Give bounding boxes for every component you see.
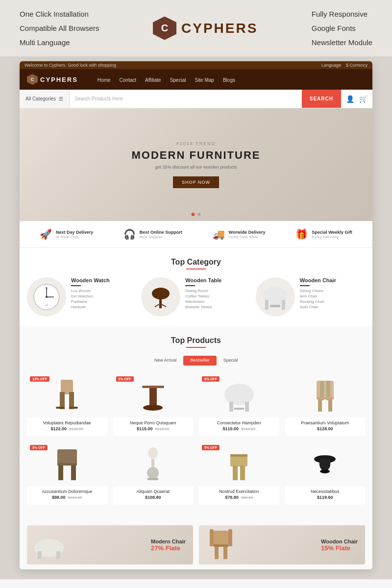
search-input-wrap[interactable]: Search Products Here xyxy=(70,96,302,101)
product-old-price-2: $118.00 xyxy=(155,427,170,431)
svg-rect-7 xyxy=(159,294,162,308)
table-name: Wooden Table xyxy=(185,277,221,283)
table-links: Dining Room Coffee Tables Wardrobes Beds… xyxy=(185,289,221,309)
browser-mockup: Welcome to Cyphers. Good luck with shopp… xyxy=(20,61,372,569)
product-price-6: $108.80 xyxy=(145,495,161,500)
hero-dots xyxy=(192,213,201,216)
svg-point-38 xyxy=(147,467,159,479)
feature-delivery-text: Next Day Delivery at Shop Only xyxy=(56,230,93,239)
banner-woodon-chair[interactable]: Woodon Chair 15% Flate xyxy=(199,525,365,564)
category-chair: Wooden Chair Dining Chairs Arm Chair Roc… xyxy=(256,277,365,317)
hero-dot-1[interactable] xyxy=(192,213,195,216)
product-price-7: $78.80 xyxy=(225,495,239,500)
nav-icons: 👤 🛒 xyxy=(341,95,372,103)
nav-link-blogs[interactable]: Blogs xyxy=(223,75,235,84)
search-button[interactable]: SEARCH xyxy=(302,90,341,108)
category-table: Wooden Table Dining Room Coffee Tables W… xyxy=(141,277,250,317)
table-image xyxy=(141,277,180,317)
svg-rect-32 xyxy=(57,449,77,464)
svg-rect-12 xyxy=(282,300,285,310)
watch-link-1[interactable]: Lux Woods xyxy=(71,289,110,293)
svg-rect-23 xyxy=(229,402,233,412)
watch-name: Wooden Watch xyxy=(71,277,110,283)
tab-bestseller[interactable]: Bestseller xyxy=(183,356,217,366)
hero-dot-2[interactable] xyxy=(197,213,201,216)
svg-rect-39 xyxy=(147,478,158,480)
product-name-5: Accusantium Doloremque xyxy=(27,486,107,495)
product-card-6: Aliquam Quaerat $108.80 xyxy=(113,442,194,505)
tab-special[interactable]: Special xyxy=(217,356,245,366)
user-icon[interactable]: 👤 xyxy=(346,95,354,103)
watch-image: 12 12 xyxy=(27,277,66,317)
svg-rect-35 xyxy=(71,466,76,480)
nav-link-special[interactable]: Special xyxy=(170,75,186,84)
nav-logo[interactable]: C CYPHERS xyxy=(27,74,78,85)
nav-link-home[interactable]: Home xyxy=(98,75,111,84)
product-badge-1: 12% OFF xyxy=(30,376,49,382)
features-strip: 🚀 Next Day Delivery at Shop Only 🎧 Best … xyxy=(20,221,372,248)
banner-modern-chair-discount: 27% Flate xyxy=(151,544,186,552)
chair-content: Wooden Chair Dining Chairs Arm Chair Roc… xyxy=(300,277,336,310)
svg-rect-25 xyxy=(234,408,244,410)
top-category-section: Top Category 12 12 xyxy=(20,248,372,326)
product-prices-1: $122.00 $140.00 xyxy=(27,426,107,431)
products-grid-row2: 6% OFF Accusantium Doloremque $98.00 $10… xyxy=(27,442,365,505)
nav-link-sitemap[interactable]: Site Map xyxy=(195,75,214,84)
table-content: Wooden Table Dining Room Coffee Tables W… xyxy=(185,277,221,310)
watch-link-2[interactable]: Del Watches xyxy=(71,294,110,298)
svg-rect-30 xyxy=(318,399,322,412)
chair-link-2[interactable]: Arm Chair xyxy=(300,294,336,298)
language-selector[interactable]: Language xyxy=(321,63,341,68)
product-old-price-1: $140.00 xyxy=(69,427,83,431)
svg-rect-43 xyxy=(230,454,247,457)
svg-point-36 xyxy=(148,447,158,459)
category-title-underline xyxy=(186,269,206,270)
table-link-4[interactable]: Bedside Tables xyxy=(185,305,221,309)
features-right: Fully Responsive Google Fonts Newsletter… xyxy=(312,10,372,47)
feature-left-2: Compatible All Browsers xyxy=(20,24,99,32)
table-link-3[interactable]: Wardrobes xyxy=(185,299,221,304)
feature-worldwide-text: Worwide Delivery Order Over $500 xyxy=(229,230,266,239)
svg-rect-33 xyxy=(57,463,77,466)
product-old-price-5: $104.00 xyxy=(68,495,82,500)
product-name-1: Voluptates Repudiandae xyxy=(27,417,107,426)
product-price-8: $119.60 xyxy=(317,495,333,500)
product-img-8 xyxy=(285,442,366,486)
svg-rect-52 xyxy=(214,544,228,547)
svg-rect-17 xyxy=(56,407,65,409)
watch-link-3[interactable]: Footwear xyxy=(71,299,110,304)
top-bar-right: Language $ Currency xyxy=(321,63,368,68)
all-categories-dropdown[interactable]: All Categories ☰ xyxy=(20,90,70,108)
svg-rect-49 xyxy=(214,531,228,545)
chair-link-3[interactable]: Rocking Chair xyxy=(300,299,336,304)
svg-text:12: 12 xyxy=(45,303,48,306)
banner-modern-chair[interactable]: Modern Chair 27% Flate xyxy=(27,525,193,564)
delivery-icon: 🚀 xyxy=(40,228,52,240)
nav-link-contact[interactable]: Contact xyxy=(120,75,136,84)
table-link-2[interactable]: Coffee Tables xyxy=(185,294,221,298)
nav-logo-text: CYPHERS xyxy=(40,76,78,83)
currency-selector[interactable]: $ Currency xyxy=(346,63,368,68)
product-name-8: Necessitatibus xyxy=(285,486,366,495)
nav-link-affiliate[interactable]: Affiliate xyxy=(145,75,161,84)
svg-rect-34 xyxy=(58,466,63,480)
features-left: One Click Installation Compatible All Br… xyxy=(20,10,99,47)
chair-link-4[interactable]: Sofa Chair xyxy=(300,305,336,309)
svg-line-9 xyxy=(162,304,166,307)
chair-link-1[interactable]: Dining Chairs xyxy=(300,289,336,293)
watch-link-4[interactable]: Hankuet xyxy=(71,305,110,309)
top-category-title: Top Category xyxy=(27,258,365,267)
mockup-wrapper: Welcome to Cyphers. Good luck with shopp… xyxy=(0,56,392,579)
shop-now-button[interactable]: SHOP NOW xyxy=(173,176,219,188)
search-bar: All Categories ☰ Search Products Here SE… xyxy=(20,90,372,108)
category-watch: 12 12 Wooden Watch Lux Woods Del Watches… xyxy=(27,277,136,317)
table-link-1[interactable]: Dining Room xyxy=(185,289,221,293)
features-center: C CYPHERS xyxy=(153,17,258,40)
product-name-7: Nostrud Exercitation xyxy=(199,486,279,495)
tab-new-arrival[interactable]: New Arrival xyxy=(147,356,184,366)
feature-delivery: 🚀 Next Day Delivery at Shop Only xyxy=(40,228,93,240)
welcome-text: Welcome to Cyphers. Good luck with shopp… xyxy=(24,63,117,68)
cart-icon[interactable]: 🛒 xyxy=(359,95,368,103)
svg-rect-11 xyxy=(265,300,269,310)
feature-support-sub: Best Support xyxy=(140,235,182,239)
